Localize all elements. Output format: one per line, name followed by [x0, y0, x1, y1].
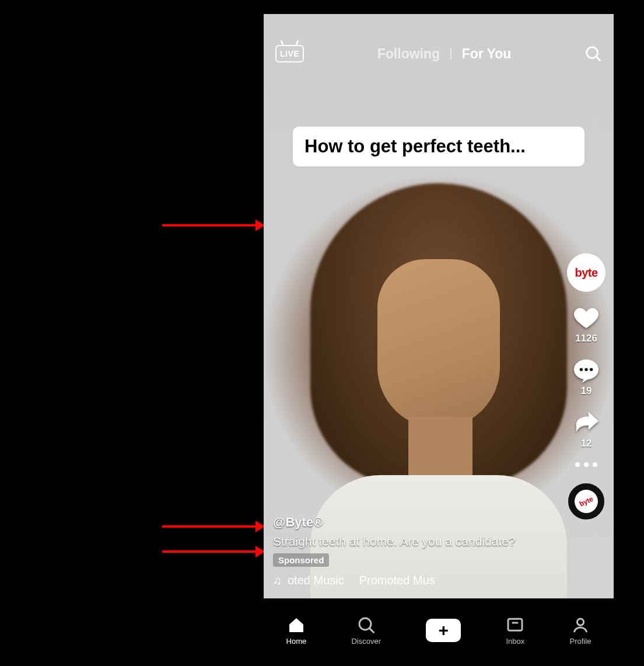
comment-icon	[573, 357, 600, 384]
annotation-arrow-1	[162, 219, 265, 231]
more-button[interactable]	[575, 462, 597, 467]
nav-profile[interactable]: Profile	[570, 616, 592, 646]
svg-point-3	[580, 368, 583, 371]
nav-create[interactable]: +	[426, 619, 461, 642]
nav-home-label: Home	[286, 637, 307, 646]
tab-separator	[450, 48, 452, 60]
svg-point-0	[587, 47, 598, 58]
action-rail: byte 1126 19 12	[566, 253, 607, 519]
sound-record-label: byte	[570, 486, 601, 517]
profile-icon	[571, 616, 590, 634]
share-icon	[573, 410, 600, 437]
video-caption-overlay: How to get perfect teeth...	[293, 127, 584, 166]
bottom-nav: Home Discover + Inbox Pro	[264, 598, 614, 662]
heart-icon	[573, 305, 600, 332]
feed-tabs: Following For You	[377, 46, 512, 62]
comment-count: 19	[581, 385, 592, 397]
music-note-mini-icon: ♪	[561, 559, 567, 574]
svg-line-1	[597, 57, 601, 61]
video-caption-text: How to get perfect teeth...	[304, 136, 526, 156]
avatar-text: byte	[575, 266, 597, 280]
annotation-arrow-3	[162, 546, 265, 557]
like-count: 1126	[575, 333, 597, 344]
video-info: @Byte® Straight teeth at home. Are you a…	[273, 515, 555, 587]
advertiser-avatar[interactable]: byte	[567, 253, 606, 292]
svg-point-10	[577, 619, 583, 625]
live-button[interactable]: LIVE	[275, 45, 304, 62]
advertiser-handle[interactable]: @Byte®	[273, 515, 555, 530]
svg-line-7	[369, 628, 374, 633]
home-icon	[287, 616, 306, 634]
music-text-a: oted Music	[288, 574, 344, 587]
music-note-icon: ♫	[273, 574, 282, 587]
svg-rect-8	[508, 619, 522, 630]
nav-home[interactable]: Home	[286, 616, 307, 646]
inbox-icon	[506, 616, 524, 634]
person-face	[377, 259, 500, 428]
nav-discover-label: Discover	[351, 637, 381, 646]
nav-profile-label: Profile	[570, 637, 592, 646]
svg-point-5	[590, 368, 593, 371]
tab-following[interactable]: Following	[377, 46, 440, 62]
tab-for-you[interactable]: For You	[462, 46, 512, 62]
svg-point-6	[359, 618, 371, 630]
search-icon[interactable]	[584, 45, 602, 62]
like-button[interactable]: 1126	[573, 305, 600, 344]
svg-point-4	[584, 368, 587, 371]
share-button[interactable]: 12	[573, 410, 600, 449]
nav-inbox[interactable]: Inbox	[506, 616, 524, 646]
sound-record-button[interactable]: byte	[568, 483, 604, 519]
sponsored-badge: Sponsored	[273, 553, 329, 567]
video-description: Straight teeth at home. Are you a candid…	[273, 535, 555, 549]
comment-button[interactable]: 19	[573, 357, 600, 397]
share-count: 12	[581, 438, 592, 449]
nav-inbox-label: Inbox	[506, 637, 524, 646]
phone-viewport: LIVE Following For You How to get perfec…	[264, 14, 614, 662]
music-row[interactable]: ♫ oted Music Promoted Mus	[273, 574, 555, 587]
top-header: LIVE Following For You	[264, 40, 614, 68]
discover-icon	[357, 616, 376, 634]
music-text-b: Promoted Mus	[359, 574, 435, 587]
nav-discover[interactable]: Discover	[351, 616, 381, 646]
live-label: LIVE	[280, 49, 299, 58]
annotation-arrow-2	[162, 521, 265, 532]
plus-icon: +	[438, 622, 449, 639]
